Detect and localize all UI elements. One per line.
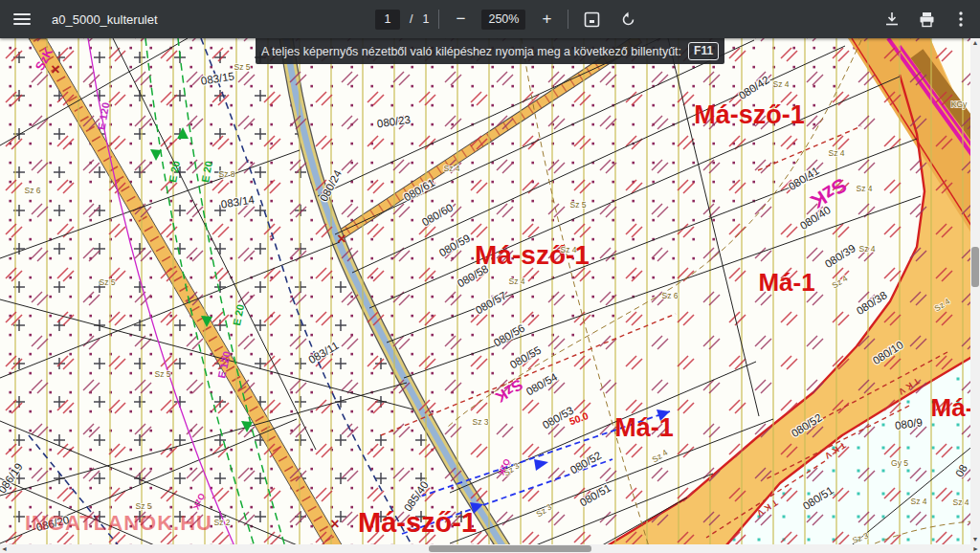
sz-label: Sz 5 <box>234 62 250 72</box>
sz-label: Sz 5 <box>569 200 586 210</box>
sz-label: Sz 6 <box>24 186 40 195</box>
scroll-down-arrow[interactable]: ▼ <box>970 535 980 544</box>
print-icon <box>919 11 935 28</box>
vertical-scrollbar[interactable]: ▲ ▼ <box>970 38 980 544</box>
sz-label: Sz 4 <box>952 498 969 507</box>
sz-label: Sz 2 <box>213 518 230 527</box>
menu-button[interactable] <box>0 0 44 38</box>
sz-label: Sz 4 <box>856 184 872 193</box>
zone-label: Má- <box>931 393 974 422</box>
sz-label: Sz 4 <box>910 497 926 506</box>
hamburger-icon <box>13 11 31 28</box>
sz-label: Sz 5 <box>154 369 170 379</box>
toast-message: A teljes képernyős nézetből való kilépés… <box>261 45 681 58</box>
more-options-button[interactable] <box>947 6 974 33</box>
rotate-icon <box>620 11 636 28</box>
page-separator: / <box>410 12 412 26</box>
vertical-scrollbar-thumb[interactable] <box>971 247 979 287</box>
pdf-toolbar: a0_5000_kulterulet 1 / 1 − 250% + <box>0 0 980 38</box>
download-icon <box>884 11 900 27</box>
pdf-viewer-window: Má-sző-1Má-sző-1Má-1Má-1Má-sző-1Má-083/1… <box>0 0 980 553</box>
sz-label: Sz 5 <box>99 277 115 287</box>
sz-label: Sz 4 <box>772 79 789 89</box>
fit-to-page-button[interactable] <box>578 6 605 33</box>
document-title: a0_5000_kulterulet <box>52 12 158 27</box>
sz-label: Sz 5 <box>135 501 151 511</box>
sz-label: Sz 4 <box>560 245 576 254</box>
sz-label: Sz 3 <box>472 417 488 427</box>
xmark-label: × <box>51 61 59 77</box>
fit-page-icon <box>584 11 600 28</box>
scroll-up-arrow[interactable]: ▲ <box>970 38 980 48</box>
sz-label: Sz 6 <box>661 291 678 300</box>
toolbar-divider <box>438 10 439 29</box>
sz-label: Gy 5 <box>891 458 908 468</box>
rotate-button[interactable] <box>614 6 641 33</box>
sz-label: Sz 8 <box>218 169 234 179</box>
map-canvas[interactable]: Má-sző-1Má-sző-1Má-1Má-1Má-sző-1Má-083/1… <box>0 38 980 553</box>
zone-label: Má-sző-1 <box>694 100 805 129</box>
zone-label: Má-1 <box>758 268 814 297</box>
xmark-label: × <box>330 516 339 532</box>
scroll-right-arrow[interactable]: ► <box>971 544 980 553</box>
horizontal-scrollbar-thumb[interactable] <box>429 545 591 552</box>
horizontal-scrollbar[interactable]: ◄ ► <box>0 544 980 553</box>
zone-label: Má-sző-1 <box>358 507 477 538</box>
download-button[interactable] <box>879 6 905 33</box>
zoom-level-input[interactable]: 250% <box>481 10 525 30</box>
sz-label: KGy <box>951 100 968 109</box>
scroll-left-arrow[interactable]: ◄ <box>0 544 9 553</box>
f11-key-badge: F11 <box>688 42 719 60</box>
toolbar-divider <box>568 10 568 29</box>
sz-label: Sz 4 <box>443 164 459 173</box>
page-total: 1 <box>422 12 429 26</box>
fullscreen-exit-toast: A teljes képernyős nézetből való kilépés… <box>256 38 724 64</box>
zoom-in-button[interactable]: + <box>535 8 558 31</box>
page-number-input[interactable]: 1 <box>375 10 400 30</box>
sz-label: Sz 4 <box>508 276 524 286</box>
kebab-menu-icon <box>959 11 963 27</box>
sz-label: Sz 4 <box>828 148 844 158</box>
zone-label: Má-1 <box>614 413 674 442</box>
sz-label: Sz 4 <box>858 244 875 254</box>
print-button[interactable] <box>913 6 940 33</box>
xmark-label: × <box>337 231 345 247</box>
zoom-out-button[interactable]: − <box>449 8 472 31</box>
